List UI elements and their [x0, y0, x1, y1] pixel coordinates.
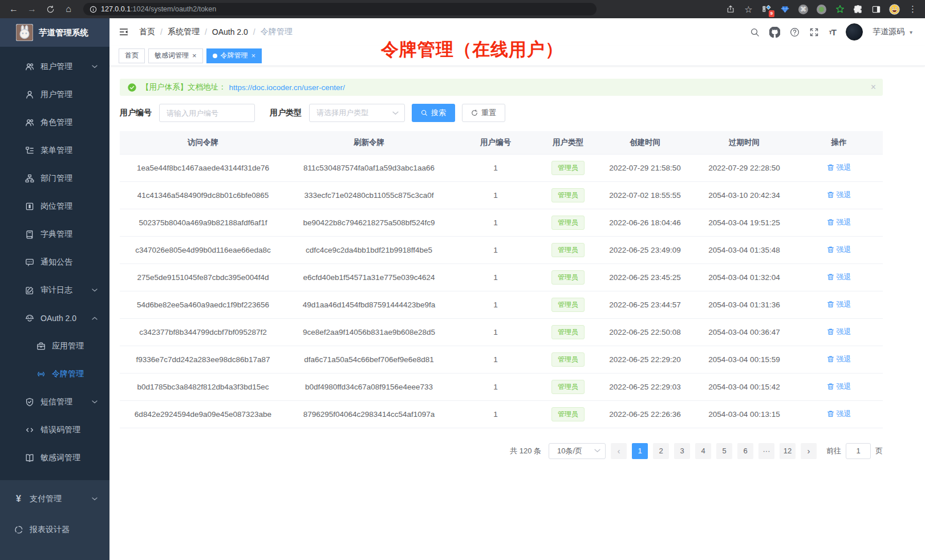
- page-button-12[interactable]: 12: [780, 443, 796, 459]
- sidebar-item-post[interactable]: 岗位管理: [0, 192, 109, 220]
- tab-label: 首页: [125, 51, 139, 60]
- chevron-down-icon[interactable]: ▾: [910, 29, 912, 35]
- app-logo[interactable]: 芋道管理系统: [0, 18, 109, 47]
- goto-page-input[interactable]: [846, 443, 871, 459]
- sidebar-item-dept[interactable]: 部门管理: [0, 164, 109, 192]
- sidebar-item-label: 租户管理: [40, 62, 72, 72]
- page-ellipsis-button[interactable]: ···: [758, 443, 774, 459]
- chevron-down-icon: [594, 449, 601, 453]
- share-icon[interactable]: [725, 4, 736, 15]
- fullscreen-icon[interactable]: [809, 27, 819, 37]
- app-header: 首页/系统管理/OAuth 2.0/令牌管理 тT 芋道源码 ▾: [109, 18, 925, 46]
- breadcrumb-item[interactable]: 系统管理: [168, 27, 200, 37]
- force-logout-button[interactable]: 强退: [827, 354, 851, 364]
- tab-首页[interactable]: 首页: [119, 48, 145, 63]
- tab-敏感词管理[interactable]: 敏感词管理×: [148, 48, 203, 63]
- github-icon[interactable]: [769, 27, 780, 38]
- sidebar-item-oauth2-token[interactable]: 令牌管理: [0, 360, 109, 388]
- breadcrumb-item[interactable]: 首页: [139, 27, 155, 37]
- page-button-2[interactable]: 2: [653, 443, 669, 459]
- sidebar-item-sms[interactable]: 短信管理: [0, 388, 109, 416]
- browser-home-button[interactable]: ⌂: [62, 2, 75, 16]
- prev-page-button[interactable]: ‹: [611, 443, 627, 459]
- page-button-5[interactable]: 5: [716, 443, 732, 459]
- force-logout-button[interactable]: 强退: [827, 163, 851, 173]
- user-name[interactable]: 芋道源码: [873, 27, 904, 37]
- access-token-cell: f9336e7c7dd242a283ee98dc86b17a87: [120, 346, 286, 373]
- extension-command-icon[interactable]: ⌘: [798, 4, 809, 15]
- sidebar-item-pay[interactable]: ¥支付管理: [0, 484, 109, 514]
- sidebar-menu-bottom: ¥支付管理报表设计器: [0, 480, 109, 560]
- font-size-icon[interactable]: тT: [829, 27, 836, 37]
- next-page-button[interactable]: ›: [801, 443, 817, 459]
- browser-menu-icon[interactable]: ⋮: [907, 4, 918, 15]
- table-row: 1ea5e44f8bc1467aaede43144f31de76811c5304…: [120, 154, 883, 181]
- address-bar[interactable]: 127.0.0.1:1024/system/oauth2/token: [83, 3, 597, 15]
- force-logout-button[interactable]: 强退: [827, 327, 851, 337]
- profile-emoji-icon[interactable]: [889, 4, 900, 15]
- sidebar-item-role[interactable]: 角色管理: [0, 108, 109, 136]
- tab-close-icon[interactable]: ×: [192, 52, 197, 59]
- menu-icon: [25, 146, 34, 155]
- force-logout-label: 强退: [837, 299, 851, 310]
- browser-reload-button[interactable]: [43, 2, 57, 16]
- column-header: 过期时间: [693, 131, 795, 154]
- sidebar-item-menu[interactable]: 菜单管理: [0, 136, 109, 164]
- sidebar-item-tenant[interactable]: 租户管理: [0, 52, 109, 80]
- sidebar-fold-icon[interactable]: [119, 27, 129, 37]
- sensitive-icon: [25, 453, 34, 462]
- force-logout-button[interactable]: 强退: [827, 272, 851, 282]
- avatar[interactable]: [846, 23, 863, 40]
- force-logout-button[interactable]: 强退: [827, 409, 851, 419]
- page-button-4[interactable]: 4: [695, 443, 711, 459]
- extension-green-star-icon[interactable]: [834, 4, 845, 15]
- sidebar-item-dict[interactable]: 字典管理: [0, 220, 109, 248]
- sidebar-item-oauth2[interactable]: OAuth 2.0: [0, 304, 109, 332]
- help-icon[interactable]: [790, 27, 800, 37]
- sidebar-item-notice[interactable]: 通知公告: [0, 248, 109, 276]
- side-panel-icon[interactable]: [871, 4, 882, 15]
- extension-record-icon[interactable]: [816, 4, 827, 15]
- doc-link[interactable]: https://doc.iocoder.cn/user-center/: [229, 83, 345, 92]
- extension-blue-diamond-icon[interactable]: 9: [761, 4, 772, 15]
- force-logout-button[interactable]: 强退: [827, 190, 851, 200]
- force-logout-button[interactable]: 强退: [827, 299, 851, 310]
- sidebar-item-report[interactable]: 报表设计器: [0, 514, 109, 545]
- bookmark-star-icon[interactable]: ☆: [743, 4, 754, 15]
- column-header: 用户类型: [539, 131, 597, 154]
- breadcrumb-item[interactable]: 令牌管理: [261, 27, 293, 37]
- force-logout-button[interactable]: 强退: [827, 245, 851, 255]
- tabs-bar: 首页敏感词管理×令牌管理×: [109, 46, 925, 66]
- site-info-icon[interactable]: [90, 6, 97, 13]
- browser-forward-button[interactable]: →: [25, 2, 39, 16]
- force-logout-button[interactable]: 强退: [827, 217, 851, 228]
- alert-close-icon[interactable]: ×: [871, 82, 876, 92]
- page-button-1[interactable]: 1: [632, 443, 648, 459]
- tab-close-icon[interactable]: ×: [251, 52, 256, 59]
- tab-令牌管理[interactable]: 令牌管理×: [206, 48, 262, 63]
- sms-icon: [25, 397, 34, 407]
- refresh-token-cell: dfa6c71a50a54c66bef706ef9e6e8d81: [286, 346, 452, 373]
- user-type-select[interactable]: 请选择用户类型: [309, 104, 405, 122]
- page-size-select[interactable]: 10条/页: [549, 443, 606, 459]
- sidebar-item-label: 支付管理: [30, 494, 62, 504]
- sidebar-item-user[interactable]: 用户管理: [0, 80, 109, 108]
- reset-button[interactable]: 重置: [462, 104, 505, 122]
- user-id-input[interactable]: [159, 104, 255, 122]
- user-id-cell: 1: [452, 400, 539, 428]
- breadcrumb-item[interactable]: OAuth 2.0: [212, 27, 248, 36]
- sidebar-item-sensitive[interactable]: 敏感词管理: [0, 444, 109, 472]
- sidebar-item-audit[interactable]: 审计日志: [0, 276, 109, 304]
- extension-gem-icon[interactable]: [780, 4, 790, 15]
- search-button[interactable]: 搜索: [412, 104, 455, 122]
- created-time-cell: 2022-06-25 23:45:25: [597, 263, 693, 291]
- page-button-6[interactable]: 6: [737, 443, 753, 459]
- page-button-3[interactable]: 3: [674, 443, 690, 459]
- force-logout-button[interactable]: 强退: [827, 382, 851, 392]
- search-icon[interactable]: [750, 27, 760, 37]
- breadcrumb-separator: /: [160, 27, 163, 36]
- sidebar-item-oauth2-app[interactable]: 应用管理: [0, 332, 109, 360]
- sidebar-item-errcode[interactable]: 错误码管理: [0, 416, 109, 444]
- browser-back-button[interactable]: ←: [7, 2, 21, 16]
- extensions-puzzle-icon[interactable]: [853, 4, 863, 15]
